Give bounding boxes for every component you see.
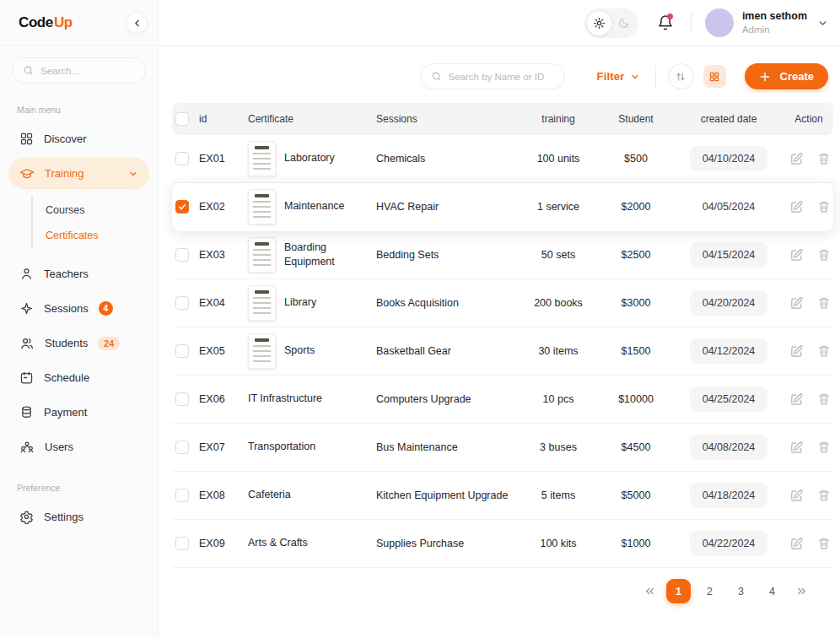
delete-button[interactable]: [814, 389, 834, 409]
certificate-name: Transportation: [248, 440, 315, 455]
topbar-divider: [691, 12, 692, 34]
table-row[interactable]: EX08 Cafeteria Kitchen Equipment Upgrade…: [172, 472, 833, 520]
sidebar-item-schedule[interactable]: Schedule: [8, 362, 149, 393]
list-view-button[interactable]: [668, 63, 694, 89]
main-area: imen sethom Admin Filter Create: [159, 0, 840, 638]
filter-button[interactable]: Filter: [597, 70, 640, 83]
row-checkbox[interactable]: [175, 344, 189, 358]
edit-button[interactable]: [786, 533, 806, 554]
header-created-date: created date: [673, 113, 784, 125]
created-date: 04/20/2024: [690, 290, 768, 316]
sidebar-item-teachers[interactable]: Teachers: [8, 258, 149, 289]
light-mode-button[interactable]: [587, 11, 611, 35]
sidebar-item-sessions[interactable]: Sessions 4: [8, 293, 149, 324]
notifications-button[interactable]: [652, 9, 679, 36]
table-row[interactable]: EX06 IT Infrastructure Computers Upgrade…: [172, 376, 833, 424]
edit-pencil-icon: [789, 392, 804, 407]
sidebar-item-users[interactable]: Users: [8, 431, 149, 462]
student-value: $5000: [599, 489, 673, 501]
row-checkbox[interactable]: [175, 537, 189, 550]
pagination-next-button[interactable]: [791, 581, 811, 602]
delete-button[interactable]: [814, 197, 834, 217]
sidebar-search[interactable]: [12, 57, 146, 84]
table-row[interactable]: EX01 Laboratory Chemicals 100 units $500…: [172, 135, 833, 183]
delete-button[interactable]: [814, 245, 834, 265]
section-label-preference: Preference: [17, 483, 158, 493]
logo-row: CodeUp: [0, 0, 158, 45]
user-role: Admin: [742, 24, 807, 35]
moon-icon: [617, 17, 630, 30]
sidebar-item-certificates[interactable]: Certificates: [33, 224, 158, 246]
graduation-cap-icon: [19, 166, 35, 181]
table-search-input[interactable]: [449, 72, 554, 82]
page-button[interactable]: 1: [666, 579, 691, 603]
row-id: EX05: [197, 345, 246, 357]
delete-button[interactable]: [814, 485, 834, 506]
sidebar-item-discover[interactable]: Discover: [8, 123, 149, 154]
calendar-icon: [19, 370, 34, 385]
page-button[interactable]: 2: [697, 579, 722, 603]
delete-button[interactable]: [814, 293, 834, 313]
students-badge: 24: [98, 337, 120, 350]
topbar: imen sethom Admin: [159, 0, 840, 46]
row-checkbox[interactable]: [175, 441, 189, 454]
page-buttons: 1234: [666, 579, 784, 603]
table-search[interactable]: [420, 63, 565, 89]
trash-icon: [817, 392, 831, 406]
grid-icon: [19, 132, 34, 146]
create-button[interactable]: Create: [745, 63, 828, 89]
sidebar-item-students[interactable]: Students 24: [8, 327, 149, 359]
edit-button[interactable]: [786, 389, 806, 409]
user-menu[interactable]: imen sethom Admin: [705, 8, 828, 37]
gear-icon: [19, 510, 34, 524]
table-row[interactable]: EX03 Boarding Equipment Bedding Sets 50 …: [172, 231, 833, 279]
page-button[interactable]: 3: [729, 579, 753, 603]
page-button[interactable]: 4: [760, 579, 784, 603]
row-checkbox[interactable]: [175, 392, 189, 406]
select-all-checkbox[interactable]: [175, 112, 189, 126]
sidebar-item-label: Payment: [44, 406, 87, 419]
created-date: 04/15/2024: [690, 242, 768, 268]
edit-button[interactable]: [786, 293, 806, 313]
pagination-prev-button[interactable]: [639, 581, 660, 602]
row-checkbox[interactable]: [175, 489, 189, 502]
edit-button[interactable]: [786, 437, 806, 457]
row-checkbox[interactable]: [175, 248, 189, 262]
student-value: $2000: [599, 201, 673, 213]
certificate-name: Library: [284, 295, 316, 311]
theme-toggle[interactable]: [584, 8, 638, 38]
user-name: imen sethom: [742, 10, 807, 24]
delete-button[interactable]: [814, 341, 834, 361]
sidebar-item-label: Sessions: [44, 302, 89, 315]
sidebar-item-training[interactable]: Training: [8, 158, 149, 189]
sidebar-collapse-button[interactable]: [126, 12, 148, 34]
table-row[interactable]: EX04 Library Books Acquisition 200 books…: [172, 279, 833, 327]
table-row[interactable]: EX05 Sports Basketball Gear 30 items $15…: [172, 327, 833, 376]
training-value: 3 buses: [518, 441, 599, 453]
dark-mode-button[interactable]: [611, 11, 636, 35]
table-row[interactable]: EX09 Arts & Crafts Supplies Purchase 100…: [172, 520, 833, 568]
brand-text-black: Code: [19, 14, 53, 31]
created-date: 04/08/2024: [690, 435, 768, 460]
edit-button[interactable]: [786, 245, 806, 265]
delete-button[interactable]: [814, 533, 834, 554]
table-row[interactable]: EX02 Maintenance HVAC Repair 1 service $…: [172, 183, 833, 231]
search-icon: [23, 65, 34, 76]
sidebar-item-label: Students: [45, 337, 88, 349]
delete-button[interactable]: [814, 149, 834, 169]
edit-button[interactable]: [786, 197, 806, 217]
row-checkbox[interactable]: [175, 200, 189, 214]
sidebar-search-input[interactable]: [40, 66, 135, 76]
row-checkbox[interactable]: [175, 152, 189, 165]
edit-button[interactable]: [786, 341, 806, 361]
delete-button[interactable]: [814, 437, 834, 457]
sidebar-item-courses[interactable]: Courses: [33, 199, 158, 221]
sidebar-item-settings[interactable]: Settings: [8, 501, 149, 533]
grid-view-button[interactable]: [703, 65, 726, 88]
edit-button[interactable]: [786, 485, 806, 506]
edit-button[interactable]: [786, 149, 806, 169]
sidebar-item-payment[interactable]: Payment: [8, 397, 149, 428]
session-name: Computers Upgrade: [374, 393, 518, 405]
row-checkbox[interactable]: [175, 296, 189, 310]
table-row[interactable]: EX07 Transportation Bus Maintenance 3 bu…: [172, 424, 833, 472]
